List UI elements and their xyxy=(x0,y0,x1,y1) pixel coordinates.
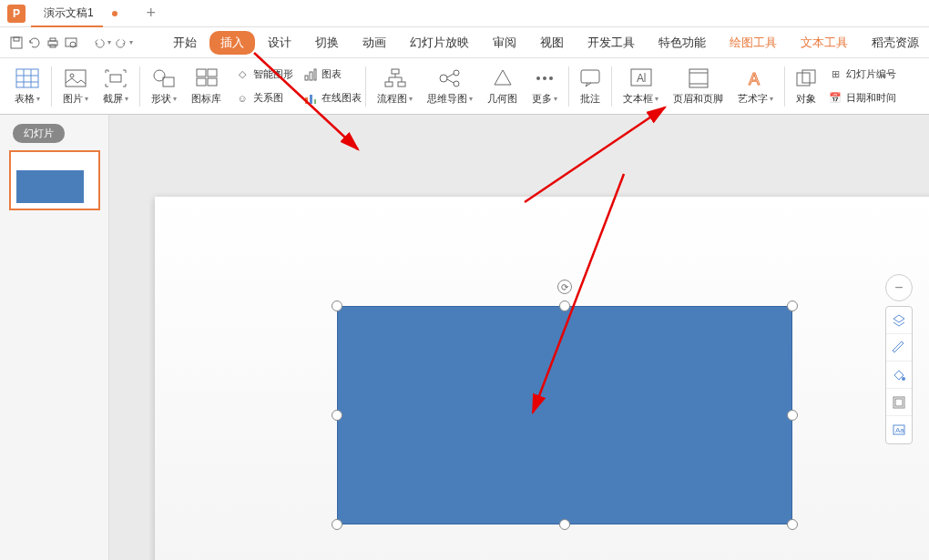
svg-rect-24 xyxy=(305,97,308,104)
tab-drawing-tools[interactable]: 绘图工具 xyxy=(719,31,788,55)
wordart-label: 艺术字 xyxy=(738,92,768,106)
print-icon[interactable] xyxy=(46,33,60,53)
tab-special[interactable]: 特色功能 xyxy=(648,31,717,55)
annotate-label: 批注 xyxy=(580,92,600,106)
layers-button[interactable] xyxy=(886,307,912,334)
tab-transition[interactable]: 切换 xyxy=(304,31,350,55)
date-time-button[interactable]: 📅日期和时间 xyxy=(827,87,896,109)
header-footer-button[interactable]: 页眉和页脚 xyxy=(666,61,730,112)
header-footer-label: 页眉和页脚 xyxy=(673,92,723,106)
mindmap-button[interactable]: 思维导图▾ xyxy=(420,61,480,112)
svg-text:Aa: Aa xyxy=(895,426,904,434)
undo-button[interactable]: ▾ xyxy=(93,33,111,53)
svg-point-40 xyxy=(543,76,546,80)
save-icon[interactable] xyxy=(9,33,24,53)
flowchart-icon xyxy=(384,66,406,90)
pen-button[interactable] xyxy=(886,334,912,361)
flowchart-label: 流程图 xyxy=(377,92,407,106)
svg-rect-51 xyxy=(802,70,815,83)
slide-number-button[interactable]: ⊞幻灯片编号 xyxy=(827,64,896,86)
image-icon xyxy=(65,66,87,90)
slide-number-label: 幻灯片编号 xyxy=(846,67,896,81)
tab-view[interactable]: 视图 xyxy=(529,31,575,55)
chart-button[interactable]: 图表 xyxy=(302,64,362,86)
svg-rect-14 xyxy=(110,75,121,82)
svg-rect-12 xyxy=(66,70,86,87)
resize-handle-nw[interactable] xyxy=(332,300,342,311)
geometry-button[interactable]: 几何图 xyxy=(480,61,525,112)
tab-slideshow[interactable]: 幻灯片放映 xyxy=(399,31,480,55)
svg-rect-17 xyxy=(197,69,206,76)
svg-point-35 xyxy=(454,70,459,76)
more-icon xyxy=(535,66,555,90)
svg-rect-23 xyxy=(314,69,316,80)
text-style-button[interactable]: Aa xyxy=(886,416,912,443)
wordart-button[interactable]: A 艺术字▾ xyxy=(730,61,781,112)
date-time-label: 日期和时间 xyxy=(846,91,896,105)
icon-library-icon xyxy=(196,66,218,90)
tab-start[interactable]: 开始 xyxy=(162,31,208,55)
resize-handle-e[interactable] xyxy=(787,410,798,421)
object-button[interactable]: 对象 xyxy=(789,61,823,112)
screenshot-button[interactable]: 截屏▾ xyxy=(96,61,136,112)
svg-rect-25 xyxy=(310,95,312,104)
tab-text-tools[interactable]: 文本工具 xyxy=(790,31,859,55)
svg-point-36 xyxy=(454,81,459,87)
refresh-icon[interactable] xyxy=(27,33,42,53)
flowchart-button[interactable]: 流程图▾ xyxy=(370,61,420,112)
thumbnail-shape xyxy=(16,170,84,203)
resize-handle-sw[interactable] xyxy=(332,519,342,530)
slide-panel: 幻灯片 xyxy=(0,115,109,560)
frame-button[interactable] xyxy=(886,389,912,416)
tab-design[interactable]: 设计 xyxy=(257,31,302,55)
svg-rect-18 xyxy=(208,69,217,76)
rotate-handle[interactable]: ⟳ xyxy=(557,280,572,294)
slide-canvas[interactable]: ⟳ xyxy=(155,197,929,560)
svg-text:A: A xyxy=(637,72,644,85)
canvas-area[interactable]: ⟳ − Aa xyxy=(109,115,929,560)
textbox-icon: A xyxy=(630,66,652,90)
collapse-float-button[interactable]: − xyxy=(885,274,913,301)
tab-devtools[interactable]: 开发工具 xyxy=(577,31,646,55)
annotate-button[interactable]: 批注 xyxy=(573,61,607,112)
textbox-button[interactable]: A 文本框▾ xyxy=(616,61,666,112)
fill-button[interactable] xyxy=(886,361,912,389)
resize-handle-w[interactable] xyxy=(332,410,342,421)
relation-button[interactable]: ☺关系图 xyxy=(234,87,293,109)
svg-point-13 xyxy=(70,74,74,77)
separator xyxy=(611,66,612,107)
resize-handle-s[interactable] xyxy=(559,519,570,530)
tab-review[interactable]: 审阅 xyxy=(482,31,527,55)
new-tab-button[interactable]: + xyxy=(138,0,165,27)
table-button[interactable]: 表格▾ xyxy=(7,61,47,112)
resize-handle-se[interactable] xyxy=(787,519,798,530)
image-label: 图片 xyxy=(63,92,83,106)
redo-button[interactable]: ▾ xyxy=(115,33,133,53)
online-chart-button[interactable]: 在线图表 xyxy=(302,87,362,109)
svg-rect-7 xyxy=(16,69,38,87)
slide-thumbnail-1[interactable] xyxy=(9,150,100,210)
svg-rect-46 xyxy=(689,69,708,87)
icon-library-button[interactable]: 图标库 xyxy=(184,61,229,112)
shape-icon xyxy=(152,66,176,90)
tab-animation[interactable]: 动画 xyxy=(352,31,397,55)
tab-insert[interactable]: 插入 xyxy=(209,31,255,55)
mindmap-label: 思维导图 xyxy=(427,92,467,106)
resize-handle-ne[interactable] xyxy=(787,300,798,311)
tab-resources[interactable]: 稻壳资源 xyxy=(861,31,929,55)
svg-rect-20 xyxy=(208,78,217,86)
title-bar: P 演示文稿1 + xyxy=(0,0,929,27)
smart-shape-button[interactable]: ◇智能图形 xyxy=(234,64,293,86)
shape-label: 形状 xyxy=(151,92,171,106)
shape-button[interactable]: 形状▾ xyxy=(144,61,184,112)
preview-icon[interactable] xyxy=(64,33,78,53)
resize-handle-n[interactable] xyxy=(559,300,570,311)
screenshot-icon xyxy=(105,66,127,90)
slide-panel-tag[interactable]: 幻灯片 xyxy=(13,124,65,143)
image-button[interactable]: 图片▾ xyxy=(56,61,96,112)
selected-rectangle-shape[interactable]: ⟳ xyxy=(337,306,792,524)
document-tab[interactable]: 演示文稿1 xyxy=(31,0,130,27)
separator xyxy=(568,66,569,107)
more-button[interactable]: 更多▾ xyxy=(525,61,565,112)
svg-rect-0 xyxy=(11,37,22,48)
